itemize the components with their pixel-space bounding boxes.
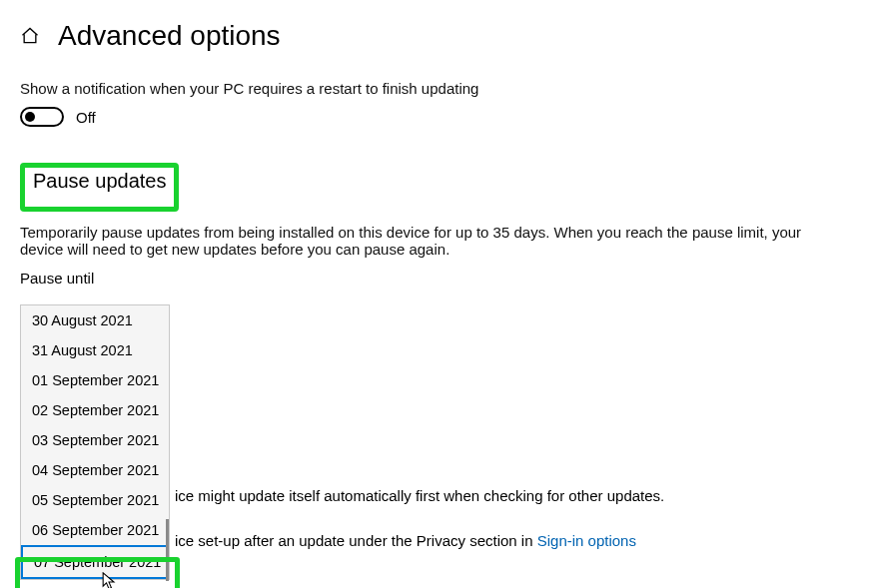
pause-updates-highlight: Pause updates bbox=[20, 163, 179, 212]
pause-date-option[interactable]: 01 September 2021 bbox=[21, 365, 169, 395]
pause-until-label: Pause until bbox=[20, 270, 851, 287]
home-icon[interactable] bbox=[20, 26, 40, 46]
toggle-knob bbox=[25, 112, 35, 122]
pause-date-option[interactable]: 30 August 2021 bbox=[21, 305, 169, 335]
pause-updates-heading: Pause updates bbox=[33, 170, 166, 193]
pause-date-option[interactable]: 05 September 2021 bbox=[21, 485, 169, 515]
sign-in-options-link[interactable]: Sign-in options bbox=[537, 532, 636, 549]
page-title: Advanced options bbox=[58, 20, 281, 52]
pause-date-option[interactable]: 04 September 2021 bbox=[21, 455, 169, 485]
restart-notification-toggle-row: Off bbox=[20, 107, 851, 127]
pause-until-dropdown[interactable]: 30 August 2021 31 August 2021 01 Septemb… bbox=[20, 304, 170, 580]
pause-date-option[interactable]: 06 September 2021 bbox=[21, 515, 169, 545]
scrollbar-thumb[interactable] bbox=[166, 519, 169, 581]
pause-date-option[interactable]: 31 August 2021 bbox=[21, 335, 169, 365]
pause-date-option[interactable]: 03 September 2021 bbox=[21, 425, 169, 455]
toggle-state-label: Off bbox=[76, 109, 96, 126]
restart-notification-description: Show a notification when your PC require… bbox=[20, 80, 851, 97]
obscured-line-2-prefix: ice set-up after an update under the Pri… bbox=[175, 532, 537, 549]
pause-date-option-selected[interactable]: 07 September 2021 bbox=[21, 545, 169, 579]
pause-date-option[interactable]: 02 September 2021 bbox=[21, 395, 169, 425]
restart-notification-toggle[interactable] bbox=[20, 107, 64, 127]
pause-updates-description: Temporarily pause updates from being ins… bbox=[20, 224, 819, 258]
page-header: Advanced options bbox=[20, 20, 851, 52]
